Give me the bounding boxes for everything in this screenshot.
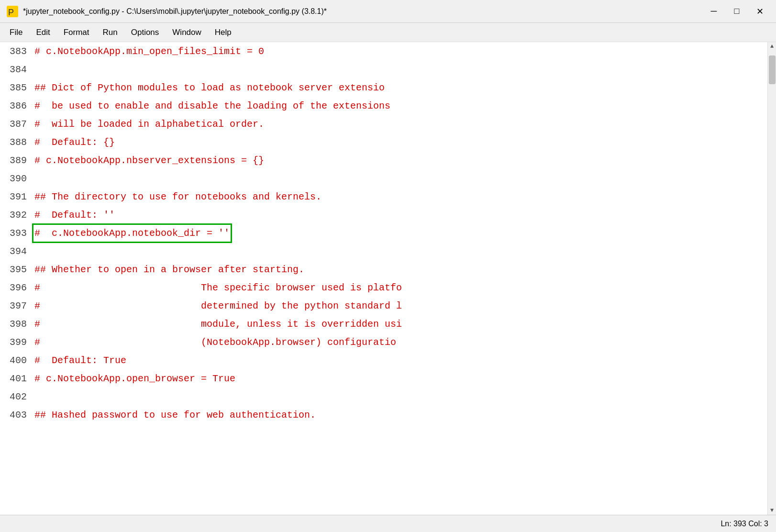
line-content: # The specific browser used is platfo xyxy=(34,280,402,295)
line-number: 383 xyxy=(0,44,34,59)
code-line-394: 394 xyxy=(0,244,767,262)
scroll-down-arrow[interactable]: ▼ xyxy=(770,506,774,515)
line-content: # Default: True xyxy=(34,353,126,368)
line-content: # be used to enable and disable the load… xyxy=(34,99,390,113)
menu-item-options[interactable]: Options xyxy=(125,26,165,39)
code-line-385: 385## Dict of Python modules to load as … xyxy=(0,80,767,99)
code-line-400: 400# Default: True xyxy=(0,353,767,371)
code-line-392: 392# Default: '' xyxy=(0,208,767,226)
menu-item-window[interactable]: Window xyxy=(166,26,207,39)
editor-container: 383# c.NotebookApp.min_open_files_limit … xyxy=(0,42,776,515)
line-number: 389 xyxy=(0,153,34,168)
line-content: ## The directory to use for notebooks an… xyxy=(34,189,321,204)
scroll-up-arrow[interactable]: ▲ xyxy=(770,42,774,51)
line-content: # Default: '' xyxy=(34,208,115,222)
app-icon: P xyxy=(6,5,19,18)
code-line-383: 383# c.NotebookApp.min_open_files_limit … xyxy=(0,44,767,62)
line-content: # Default: {} xyxy=(34,135,115,150)
line-number: 388 xyxy=(0,135,34,150)
line-number: 393 xyxy=(0,226,34,241)
line-number: 401 xyxy=(0,371,34,386)
window-controls[interactable]: ─ □ ✕ xyxy=(703,3,770,20)
line-content: # will be loaded in alphabetical order. xyxy=(34,117,264,132)
line-number: 384 xyxy=(0,62,34,77)
code-line-397: 397# determined by the python standard l xyxy=(0,299,767,317)
cursor-position: Ln: 393 Col: 3 xyxy=(721,520,768,528)
menu-bar: FileEditFormatRunOptionsWindowHelp xyxy=(0,23,776,42)
code-line-384: 384 xyxy=(0,62,767,80)
line-content: # c.NotebookApp.notebook_dir = '' xyxy=(34,226,230,241)
code-line-402: 402 xyxy=(0,389,767,408)
line-content: # determined by the python standard l xyxy=(34,299,402,313)
line-number: 403 xyxy=(0,408,34,422)
code-line-398: 398# module, unless it is overridden usi xyxy=(0,317,767,335)
line-content: ## Whether to open in a browser after st… xyxy=(34,262,304,277)
scrollbar[interactable]: ▲ ▼ xyxy=(767,42,776,515)
line-content: ## Dict of Python modules to load as not… xyxy=(34,80,385,95)
line-number: 386 xyxy=(0,99,34,113)
menu-item-edit[interactable]: Edit xyxy=(30,26,55,39)
line-content: # c.NotebookApp.open_browser = True xyxy=(34,371,235,386)
line-number: 395 xyxy=(0,262,34,277)
line-content: # (NotebookApp.browser) configuratio xyxy=(34,335,396,350)
status-bar: Ln: 393 Col: 3 xyxy=(0,515,776,532)
title-bar-left: P *jupyter_notebook_config.py - C:\Users… xyxy=(6,5,327,18)
code-line-386: 386# be used to enable and disable the l… xyxy=(0,99,767,117)
minimize-button[interactable]: ─ xyxy=(703,3,724,20)
title-bar: P *jupyter_notebook_config.py - C:\Users… xyxy=(0,0,776,23)
code-area: 383# c.NotebookApp.min_open_files_limit … xyxy=(0,42,767,515)
line-number: 391 xyxy=(0,189,34,204)
code-line-401: 401# c.NotebookApp.open_browser = True xyxy=(0,371,767,389)
line-number: 396 xyxy=(0,280,34,295)
line-number: 399 xyxy=(0,335,34,350)
maximize-button[interactable]: □ xyxy=(726,3,747,20)
line-number: 397 xyxy=(0,299,34,313)
code-line-396: 396# The specific browser used is platfo xyxy=(0,280,767,299)
line-number: 390 xyxy=(0,171,34,186)
menu-item-help[interactable]: Help xyxy=(209,26,237,39)
line-number: 392 xyxy=(0,208,34,222)
code-line-393: 393# c.NotebookApp.notebook_dir = '' xyxy=(0,226,767,244)
menu-item-format[interactable]: Format xyxy=(58,26,95,39)
code-line-395: 395## Whether to open in a browser after… xyxy=(0,262,767,280)
line-number: 398 xyxy=(0,317,34,332)
code-line-389: 389# c.NotebookApp.nbserver_extensions =… xyxy=(0,153,767,171)
line-number: 394 xyxy=(0,244,34,259)
scrollbar-thumb[interactable] xyxy=(769,55,776,84)
menu-item-run[interactable]: Run xyxy=(97,26,123,39)
line-number: 400 xyxy=(0,353,34,368)
line-content: ## Hashed password to use for web authen… xyxy=(34,408,316,422)
code-line-399: 399# (NotebookApp.browser) configuratio xyxy=(0,335,767,353)
line-number: 385 xyxy=(0,80,34,95)
code-line-388: 388# Default: {} xyxy=(0,135,767,153)
code-line-390: 390 xyxy=(0,171,767,189)
line-content: # module, unless it is overridden usi xyxy=(34,317,402,332)
line-content: # c.NotebookApp.nbserver_extensions = {} xyxy=(34,153,264,168)
line-number: 402 xyxy=(0,389,34,404)
code-line-387: 387# will be loaded in alphabetical orde… xyxy=(0,117,767,135)
line-number: 387 xyxy=(0,117,34,132)
line-content: # c.NotebookApp.min_open_files_limit = 0 xyxy=(34,44,264,59)
close-button[interactable]: ✕ xyxy=(749,3,770,20)
menu-item-file[interactable]: File xyxy=(4,26,28,39)
code-line-403: 403## Hashed password to use for web aut… xyxy=(0,408,767,426)
window-title: *jupyter_notebook_config.py - C:\Users\m… xyxy=(23,7,327,16)
svg-text:P: P xyxy=(8,8,14,17)
code-line-391: 391## The directory to use for notebooks… xyxy=(0,189,767,208)
